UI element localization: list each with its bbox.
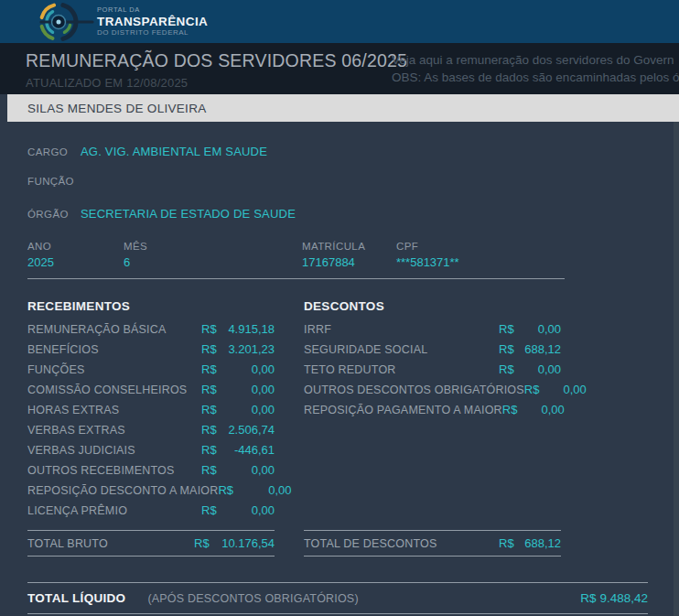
deduction-label: REPOSIÇÃO PAGAMENTO A MAIOR <box>304 404 502 416</box>
ano-value: 2025 <box>27 255 124 269</box>
receipt-value: 4.915,18 <box>221 322 275 336</box>
receipt-label: LICENÇA PRÊMIO <box>27 504 201 517</box>
receipts-section: RECEBIMENTOS REMUNERAÇÃO BÁSICA R$ 4.915… <box>27 299 275 557</box>
table-row: LICENÇA PRÊMIO R$ 0,00 <box>27 503 275 524</box>
deductions-section: DESCONTOS IRRF R$ 0,00 SEGURIDADE SOCIAL… <box>304 299 561 557</box>
title-band: REMUNERAÇÃO DOS SERVIDORES 06/2025 ATUAL… <box>0 43 679 94</box>
page-title: REMUNERAÇÃO DOS SERVIDORES 06/2025 <box>26 50 407 71</box>
total-bruto-value: 10.176,54 <box>214 536 275 550</box>
deduction-value: 0,00 <box>523 403 565 416</box>
currency-prefix: R$ <box>524 383 544 396</box>
cargo-label: CARGO <box>27 146 81 157</box>
receipt-label: FUNÇÕES <box>27 363 201 376</box>
table-row: TETO REDUTOR R$ 0,00 <box>304 362 561 383</box>
total-bruto-label: TOTAL BRUTO <box>27 537 194 550</box>
currency-prefix: R$ <box>502 403 523 416</box>
deduction-label: SEGURIDADE SOCIAL <box>304 343 499 356</box>
receipt-value: 0,00 <box>221 362 275 376</box>
total-liquido-row: TOTAL LÍQUIDO (APÓS DESCONTOS OBRIGATÓRI… <box>27 582 648 614</box>
transparencia-logo-icon <box>37 1 95 43</box>
field-cargo: CARGO AG. VIG. AMBIENTAL EM SAUDE <box>27 145 679 176</box>
cargo-value[interactable]: AG. VIG. AMBIENTAL EM SAUDE <box>81 145 267 158</box>
total-liquido-note: (APÓS DESCONTOS OBRIGATÓRIOS) <box>147 592 580 605</box>
total-descontos-label: TOTAL DE DESCONTOS <box>304 537 499 550</box>
servant-name-bar: SILAS MENDES DE OLIVEIRA <box>7 94 679 122</box>
field-orgao: ÓRGÃO SECRETARIA DE ESTADO DE SAUDE <box>27 207 679 238</box>
topbar: PORTAL DA TRANSPARÊNCIA DO DISTRITO FEDE… <box>0 0 679 43</box>
receipt-value: 0,00 <box>221 503 275 517</box>
receipt-value: 3.201,23 <box>221 342 275 356</box>
table-row: OUTROS RECEBIMENTOS R$ 0,00 <box>27 463 275 483</box>
currency-prefix: R$ <box>201 463 221 477</box>
brand-line1: PORTAL DA <box>97 6 208 14</box>
header-info-line2: OBS: As bases de dados são encaminhadas … <box>392 69 679 86</box>
currency-prefix: R$ <box>201 322 221 336</box>
meta-cpf: CPF ***581371** <box>396 241 565 269</box>
currency-prefix: R$ <box>201 383 221 396</box>
currency-prefix: R$ <box>218 483 238 497</box>
total-descontos-value: 688,12 <box>519 536 561 550</box>
header-info-line1: Veja aqui a remuneração dos servidores d… <box>392 51 679 69</box>
matricula-value: 17167884 <box>302 255 396 269</box>
receipt-value: 2.506,74 <box>221 423 275 437</box>
total-descontos-row: TOTAL DE DESCONTOS R$ 688,12 <box>304 530 561 557</box>
matricula-label: MATRÍCULA <box>302 241 396 252</box>
currency-prefix: R$ <box>201 342 221 356</box>
table-row: REMUNERAÇÃO BÁSICA R$ 4.915,18 <box>27 322 275 342</box>
receipt-value: 0,00 <box>238 483 291 497</box>
transparencia-portal-page: PORTAL DA TRANSPARÊNCIA DO DISTRITO FEDE… <box>0 0 679 616</box>
mes-value: 6 <box>124 255 302 269</box>
brand-line3: DO DISTRITO FEDERAL <box>97 29 208 37</box>
currency-prefix: R$ <box>499 362 519 376</box>
brand-text: PORTAL DA TRANSPARÊNCIA DO DISTRITO FEDE… <box>97 6 208 37</box>
amounts-columns: RECEBIMENTOS REMUNERAÇÃO BÁSICA R$ 4.915… <box>27 299 679 557</box>
table-row: REPOSIÇÃO DESCONTO A MAIOR R$ 0,00 <box>27 483 275 503</box>
funcao-label: FUNÇÃO <box>27 176 81 187</box>
cpf-value: ***581371** <box>396 255 565 269</box>
currency-prefix: R$ <box>201 362 221 376</box>
total-bruto-row: TOTAL BRUTO R$ 10.176,54 <box>27 530 275 557</box>
currency-prefix: R$ <box>499 342 519 356</box>
receipts-rows: REMUNERAÇÃO BÁSICA R$ 4.915,18 BENEFÍCIO… <box>27 322 275 527</box>
receipt-label: VERBAS JUDICIAIS <box>27 444 201 457</box>
servant-name: SILAS MENDES DE OLIVEIRA <box>27 102 207 115</box>
table-row: VERBAS JUDICIAIS R$ -446,61 <box>27 443 275 463</box>
field-funcao: FUNÇÃO <box>27 176 679 207</box>
meta-row: ANO 2025 MÊS 6 MATRÍCULA 17167884 CPF **… <box>27 241 565 279</box>
receipt-label: HORAS EXTRAS <box>27 404 201 416</box>
net-amount: 9.488,42 <box>599 591 648 605</box>
receipt-label: BENEFÍCIOS <box>27 343 201 356</box>
table-row: FUNÇÕES R$ 0,00 <box>27 362 275 383</box>
deduction-label: TETO REDUTOR <box>304 363 499 376</box>
deduction-value: 688,12 <box>519 342 561 356</box>
currency-prefix: R$ <box>201 423 221 437</box>
currency-prefix: R$ <box>194 536 214 550</box>
receipt-label: REMUNERAÇÃO BÁSICA <box>27 323 201 336</box>
receipt-value: 0,00 <box>221 403 275 416</box>
brand-line2: TRANSPARÊNCIA <box>97 16 208 28</box>
currency-prefix: R$ <box>499 322 519 336</box>
deduction-label: OUTROS DESCONTOS OBRIGATÓRIOS <box>304 384 524 396</box>
brand-logo[interactable]: PORTAL DA TRANSPARÊNCIA DO DISTRITO FEDE… <box>37 1 208 43</box>
receipt-label: REPOSIÇÃO DESCONTO A MAIOR <box>27 484 218 497</box>
currency-prefix: R$ <box>201 403 221 416</box>
mes-label: MÊS <box>124 241 302 252</box>
receipt-label: VERBAS EXTRAS <box>27 424 201 437</box>
receipt-value: 0,00 <box>221 463 275 477</box>
currency-prefix: R$ <box>580 591 596 605</box>
scrollbar-track[interactable] <box>674 122 679 616</box>
currency-prefix: R$ <box>499 536 519 550</box>
orgao-value[interactable]: SECRETARIA DE ESTADO DE SAUDE <box>81 207 296 221</box>
receipt-label: COMISSÃO CONSELHEIROS <box>27 384 201 396</box>
receipt-value: 0,00 <box>221 383 275 396</box>
ano-label: ANO <box>27 241 124 252</box>
meta-mes: MÊS 6 <box>124 241 302 269</box>
meta-ano: ANO 2025 <box>27 241 124 269</box>
receipts-title: RECEBIMENTOS <box>27 299 275 313</box>
currency-prefix: R$ <box>201 443 221 457</box>
total-liquido-value: R$9.488,42 <box>580 591 648 605</box>
remuneration-detail: CARGO AG. VIG. AMBIENTAL EM SAUDE FUNÇÃO… <box>0 122 679 616</box>
table-row: HORAS EXTRAS R$ 0,00 <box>27 403 275 423</box>
receipt-label: OUTROS RECEBIMENTOS <box>27 464 201 477</box>
deductions-title: DESCONTOS <box>304 299 561 313</box>
